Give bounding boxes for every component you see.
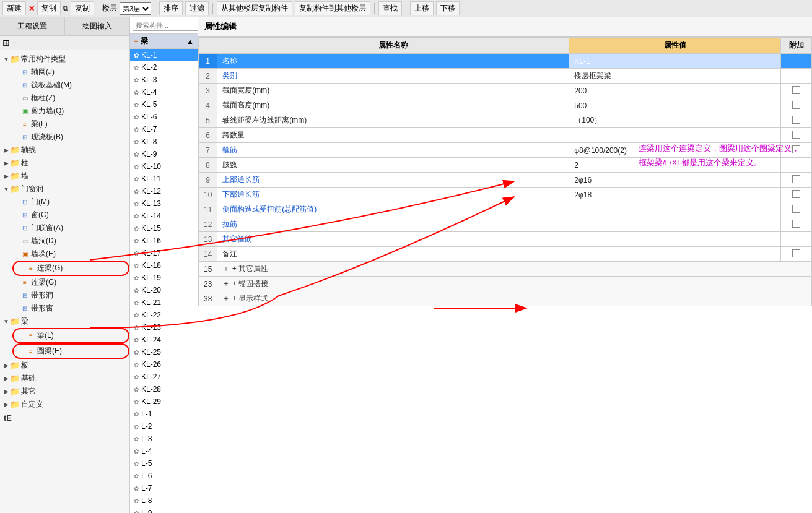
row-5-checkbox[interactable]: [792, 116, 800, 124]
tree-node-axis[interactable]: ⊞ 轴网(J): [0, 66, 129, 79]
prop-row-8[interactable]: 8 肢数 2: [199, 158, 812, 173]
tree-node-axisgroup[interactable]: ▶ 📁 轴线: [0, 144, 129, 157]
row-14-value[interactable]: [569, 247, 781, 262]
row-10-value[interactable]: 2φ18: [569, 188, 781, 202]
drawing-input-btn[interactable]: 绘图输入: [65, 17, 129, 35]
mid-list-item-l6[interactable]: ✿ L-6: [130, 470, 198, 482]
row-11-checkbox[interactable]: [792, 205, 800, 213]
row-10-checkbox[interactable]: [792, 190, 800, 198]
mid-list-item-kl19[interactable]: ✿ KL-19: [130, 272, 198, 284]
mid-list-item-kl22[interactable]: ✿ KL-22: [130, 309, 198, 321]
mid-list-item-l5[interactable]: ✿ L-5: [130, 457, 198, 470]
engineering-settings-btn[interactable]: 工程设置: [0, 17, 65, 35]
prop-row-3[interactable]: 3 截面宽度(mm) 200: [199, 84, 812, 98]
mid-list-item-kl4[interactable]: ✿ KL-4: [130, 86, 198, 98]
toolbar-copy-btn[interactable]: 复制: [37, 1, 61, 15]
tree-node-base[interactable]: ▶ 📁 基础: [0, 372, 129, 385]
prop-row-5[interactable]: 5 轴线距梁左边线距离(mm) （100）: [199, 113, 812, 128]
mid-list-item-kl2[interactable]: ✿ KL-2: [130, 61, 198, 74]
mid-list-item-kl11[interactable]: ✿ KL-11: [130, 173, 198, 185]
prop-row-38[interactable]: 38 ＋ + 显示样式: [199, 291, 812, 306]
toolbar-down-btn[interactable]: 下移: [436, 1, 460, 15]
prop-row-11[interactable]: 11 侧面构造或受扭筋(总配筋值): [199, 202, 812, 217]
mid-list-item-kl12[interactable]: ✿ KL-12: [130, 185, 198, 197]
tree-node-common[interactable]: ▼ 📁 常用构件类型: [0, 53, 129, 66]
row-15-name[interactable]: ＋ + 其它属性: [217, 262, 812, 277]
mid-list-item-kl17[interactable]: ✿ KL-17: [130, 247, 198, 259]
mid-list-item-kl13[interactable]: ✿ KL-13: [130, 197, 198, 210]
toolbar-layer-select[interactable]: 第3层: [120, 2, 151, 15]
toolbar-rename-btn[interactable]: 复制: [71, 1, 94, 15]
mid-list-item-kl8[interactable]: ✿ KL-8: [130, 136, 198, 148]
tree-node-beamgroup[interactable]: ▼ 📁 梁: [0, 315, 129, 328]
mid-list-item-l9[interactable]: ✿ L-9: [130, 507, 198, 513]
prop-row-13[interactable]: 13 其它箍筋: [199, 232, 812, 247]
mid-list-item-kl9[interactable]: ✿ KL-9: [130, 148, 198, 160]
tree-node-slab[interactable]: ⊞ 现浇板(B): [0, 131, 129, 144]
mid-list-item-kl26[interactable]: ✿ KL-26: [130, 358, 198, 371]
mid-list-item-kl6[interactable]: ✿ KL-6: [130, 111, 198, 123]
row-11-value[interactable]: [569, 202, 781, 217]
row-38-name[interactable]: ＋ + 显示样式: [217, 291, 812, 306]
tree-node-connbeam2[interactable]: ≡ 连梁(G): [0, 276, 129, 289]
mid-list-item-kl15[interactable]: ✿ KL-15: [130, 222, 198, 235]
tree-node-door[interactable]: ⊡ 门(M): [0, 196, 129, 209]
mid-list-item-l1[interactable]: ✿ L-1: [130, 408, 198, 420]
tree-node-doorwindow[interactable]: ⊡ 门联窗(A): [0, 222, 129, 235]
row-6-value[interactable]: [569, 128, 781, 143]
tree-icon-1[interactable]: ⊞: [2, 38, 10, 48]
toolbar-copy-to-btn[interactable]: 复制构件到其他楼层: [295, 1, 370, 15]
tree-icon-2[interactable]: −: [12, 38, 17, 48]
mid-list-item-kl28[interactable]: ✿ KL-28: [130, 383, 198, 395]
prop-row-7[interactable]: 7 箍筋 φ8@100/200(2): [199, 143, 812, 158]
mid-list-item-kl1[interactable]: ✿ KL-1: [130, 49, 198, 61]
tree-node-other[interactable]: ▶ 📁 其它: [0, 385, 129, 398]
mid-list-item-kl25[interactable]: ✿ KL-25: [130, 346, 198, 358]
row-1-value[interactable]: KL-1: [569, 54, 781, 69]
row-12-checkbox[interactable]: [792, 220, 800, 228]
toolbar-up-btn[interactable]: 上移: [410, 1, 434, 15]
tree-node-beamE[interactable]: ≡ 圈梁(E): [12, 343, 129, 359]
row-7-value[interactable]: φ8@100/200(2): [569, 143, 781, 158]
row-5-value[interactable]: （100）: [569, 113, 781, 128]
row-14-checkbox[interactable]: [792, 249, 800, 257]
row-8-value[interactable]: 2: [569, 158, 781, 173]
mid-list-item-kl21[interactable]: ✿ KL-21: [130, 296, 198, 309]
mid-list-item-kl5[interactable]: ✿ KL-5: [130, 98, 198, 111]
tree-node-wallconn[interactable]: ▣ 墙垛(E): [0, 248, 129, 261]
tree-node-slab2[interactable]: ▶ 📁 板: [0, 359, 129, 372]
mid-list-item-l3[interactable]: ✿ L-3: [130, 433, 198, 445]
toolbar-new-btn[interactable]: 新建: [2, 1, 26, 15]
mid-list-item-kl20[interactable]: ✿ KL-20: [130, 284, 198, 296]
prop-row-2[interactable]: 2 类别 楼层框架梁: [199, 69, 812, 84]
prop-row-10[interactable]: 10 下部通长筋 2φ18: [199, 188, 812, 202]
mid-list-item-l4[interactable]: ✿ L-4: [130, 445, 198, 457]
mid-list-item-kl18[interactable]: ✿ KL-18: [130, 259, 198, 272]
row-6-checkbox[interactable]: [792, 131, 800, 139]
mid-list-item-kl14[interactable]: ✿ KL-14: [130, 210, 198, 222]
prop-row-15[interactable]: 15 ＋ + 其它属性: [199, 262, 812, 277]
row-3-checkbox[interactable]: [792, 86, 800, 94]
mid-list-item-kl24[interactable]: ✿ KL-24: [130, 334, 198, 346]
tree-node-window[interactable]: ⊞ 窗(C): [0, 209, 129, 222]
toolbar-sort-btn[interactable]: 排序: [159, 1, 183, 15]
prop-row-4[interactable]: 4 截面高度(mm) 500: [199, 98, 812, 113]
row-9-checkbox[interactable]: [792, 175, 800, 183]
tree-node-wallhole[interactable]: ▭ 墙洞(D): [0, 235, 129, 248]
tree-node-beam[interactable]: ≡ 梁(L): [0, 118, 129, 131]
tree-node-shaped[interactable]: ⊞ 带形洞: [0, 289, 129, 302]
tree-node-opening[interactable]: ▼ 📁 门窗洞: [0, 183, 129, 196]
toolbar-copy-from-btn[interactable]: 从其他楼层复制构件: [217, 1, 292, 15]
row-23-name[interactable]: ＋ + 锚固搭接: [217, 277, 812, 291]
row-9-value[interactable]: 2φ16: [569, 173, 781, 188]
tree-node-shear[interactable]: ▣ 剪力墙(Q): [0, 105, 129, 118]
prop-row-12[interactable]: 12 拉筋: [199, 217, 812, 232]
mid-list-item-kl23[interactable]: ✿ KL-23: [130, 321, 198, 334]
row-3-value[interactable]: 200: [569, 84, 781, 98]
toolbar-delete-icon[interactable]: ✕: [28, 4, 35, 13]
prop-row-6[interactable]: 6 跨数量: [199, 128, 812, 143]
tree-node-beamL[interactable]: ≡ 梁(L): [12, 328, 129, 343]
tree-node-column[interactable]: ▶ 📁 柱: [0, 157, 129, 170]
tree-node-connbeam[interactable]: ≡ 连梁(G): [12, 261, 129, 276]
tree-node-shapedwin[interactable]: ⊞ 带形窗: [0, 302, 129, 315]
